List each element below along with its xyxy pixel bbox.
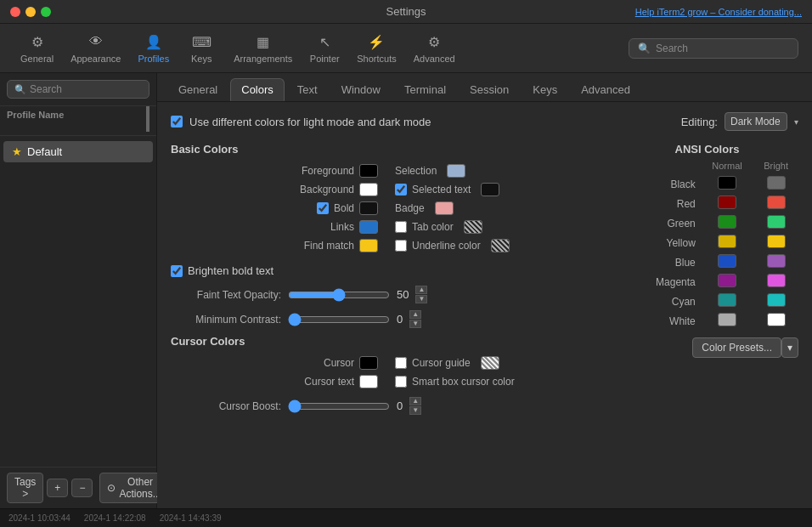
cursor-boost-up[interactable]: ▲ <box>409 397 421 405</box>
faint-opacity-stepper[interactable]: ▲ ▼ <box>415 286 427 303</box>
ansi-normal-swatch-cell[interactable] <box>701 252 753 272</box>
toolbar-search-box[interactable]: 🔍 <box>629 38 798 59</box>
editing-mode-select[interactable]: Dark Mode Light Mode <box>725 112 787 131</box>
badge-swatch[interactable] <box>435 201 454 215</box>
toolbar-profiles[interactable]: 👤 Profiles <box>131 29 176 67</box>
foreground-swatch[interactable] <box>359 164 378 178</box>
faint-opacity-down[interactable]: ▼ <box>415 295 427 303</box>
ansi-row: Green <box>616 213 798 233</box>
ansi-normal-swatch[interactable] <box>718 293 736 307</box>
ansi-normal-swatch-cell[interactable] <box>701 194 753 213</box>
use-different-colors-checkbox[interactable] <box>171 116 183 128</box>
close-button[interactable] <box>10 7 20 17</box>
cursor-boost-stepper[interactable]: ▲ ▼ <box>409 397 421 415</box>
ansi-bright-swatch[interactable] <box>767 313 786 326</box>
sidebar-profile-default[interactable]: ★ Default <box>3 141 153 162</box>
find-match-swatch[interactable] <box>359 239 378 252</box>
cursor-text-swatch[interactable] <box>359 375 378 388</box>
ansi-bright-swatch-cell[interactable] <box>753 213 798 233</box>
tags-button[interactable]: Tags > <box>7 473 43 503</box>
cursor-boost-label: Cursor Boost: <box>171 400 281 412</box>
maximize-button[interactable] <box>41 7 51 17</box>
toolbar-general[interactable]: ⚙ General <box>14 29 60 67</box>
tab-general[interactable]: General <box>167 78 228 101</box>
min-contrast-stepper[interactable]: ▲ ▼ <box>409 310 421 328</box>
toolbar-shortcuts[interactable]: ⚡ Shortcuts <box>350 29 403 67</box>
toolbar-search-input[interactable] <box>656 42 789 54</box>
cursor-boost-down[interactable]: ▼ <box>409 406 421 415</box>
ansi-bright-swatch[interactable] <box>767 215 786 229</box>
ansi-bright-swatch[interactable] <box>767 254 786 268</box>
ansi-bright-swatch[interactable] <box>767 235 786 248</box>
sidebar-scrollbar[interactable] <box>146 106 149 132</box>
ansi-bright-swatch-cell[interactable] <box>753 252 798 272</box>
background-swatch[interactable] <box>359 183 378 196</box>
ansi-bright-swatch-cell[interactable] <box>753 292 798 311</box>
selected-text-swatch[interactable] <box>481 183 499 196</box>
tab-terminal[interactable]: Terminal <box>393 78 457 101</box>
sidebar-search-box[interactable]: 🔍 <box>7 80 149 99</box>
ansi-normal-swatch[interactable] <box>718 235 736 248</box>
tab-session[interactable]: Session <box>459 78 520 101</box>
selection-swatch[interactable] <box>447 164 465 178</box>
tab-text[interactable]: Text <box>286 78 329 101</box>
min-contrast-down[interactable]: ▼ <box>409 320 421 328</box>
faint-opacity-up[interactable]: ▲ <box>415 286 427 294</box>
ansi-normal-swatch[interactable] <box>718 215 736 229</box>
ansi-normal-swatch[interactable] <box>718 274 736 287</box>
ansi-bright-swatch[interactable] <box>767 274 786 287</box>
brighten-bold-checkbox[interactable] <box>171 265 183 277</box>
ansi-bright-swatch-cell[interactable] <box>753 194 798 213</box>
tab-colors[interactable]: Colors <box>230 78 285 101</box>
cursor-boost-slider[interactable] <box>288 400 390 413</box>
tab-keys[interactable]: Keys <box>522 78 568 101</box>
help-link[interactable]: Help iTerm2 grow – Consider donating... <box>635 7 802 17</box>
tab-color-swatch[interactable] <box>464 220 482 234</box>
ansi-bright-swatch[interactable] <box>767 176 786 190</box>
faint-opacity-slider[interactable] <box>288 288 390 302</box>
ansi-normal-swatch-cell[interactable] <box>701 272 753 292</box>
ansi-normal-swatch[interactable] <box>718 176 736 190</box>
tab-advanced[interactable]: Advanced <box>570 78 641 101</box>
ansi-normal-swatch-cell[interactable] <box>701 292 753 311</box>
selected-text-checkbox[interactable] <box>395 184 407 196</box>
tab-color-checkbox[interactable] <box>395 221 407 233</box>
minimize-button[interactable] <box>25 7 36 17</box>
color-presets-dropdown-button[interactable]: ▾ <box>781 337 798 358</box>
remove-profile-button[interactable]: − <box>71 479 93 497</box>
ansi-bright-swatch-cell[interactable] <box>753 174 798 194</box>
toolbar-pointer[interactable]: ↖ Pointer <box>302 29 347 67</box>
ansi-normal-swatch-cell[interactable] <box>701 233 753 252</box>
ansi-bright-swatch-cell[interactable] <box>753 311 798 331</box>
cursor-guide-swatch[interactable] <box>481 356 499 370</box>
bold-swatch[interactable] <box>359 201 378 215</box>
ansi-normal-swatch-cell[interactable] <box>701 174 753 194</box>
links-swatch[interactable] <box>359 220 378 234</box>
ansi-normal-swatch-cell[interactable] <box>701 213 753 233</box>
ansi-bright-swatch[interactable] <box>767 196 786 209</box>
toolbar-keys[interactable]: ⌨ Keys <box>179 29 223 67</box>
underline-color-swatch[interactable] <box>491 239 510 252</box>
underline-color-checkbox[interactable] <box>395 240 407 252</box>
toolbar-advanced[interactable]: ⚙ Advanced <box>407 29 462 67</box>
bold-checkbox[interactable] <box>317 202 329 214</box>
tab-window[interactable]: Window <box>330 78 392 101</box>
smart-box-checkbox[interactable] <box>395 376 407 388</box>
toolbar-appearance[interactable]: 👁 Appearance <box>64 29 127 67</box>
ansi-normal-swatch-cell[interactable] <box>701 311 753 331</box>
cursor-swatch[interactable] <box>359 356 378 370</box>
cursor-guide-checkbox[interactable] <box>395 357 407 369</box>
ansi-normal-swatch[interactable] <box>718 313 736 326</box>
sidebar-search-input[interactable] <box>30 83 142 95</box>
color-presets-button[interactable]: Color Presets... <box>692 337 781 358</box>
ansi-normal-swatch[interactable] <box>718 196 736 209</box>
toolbar-arrangements[interactable]: ▦ Arrangements <box>227 29 299 67</box>
ansi-bright-swatch-cell[interactable] <box>753 272 798 292</box>
ansi-normal-swatch[interactable] <box>718 254 736 268</box>
ansi-bright-swatch-cell[interactable] <box>753 233 798 252</box>
add-profile-button[interactable]: + <box>47 479 68 497</box>
traffic-lights[interactable] <box>10 7 51 17</box>
min-contrast-up[interactable]: ▲ <box>409 310 421 319</box>
ansi-bright-swatch[interactable] <box>767 293 786 307</box>
min-contrast-slider[interactable] <box>288 313 390 326</box>
